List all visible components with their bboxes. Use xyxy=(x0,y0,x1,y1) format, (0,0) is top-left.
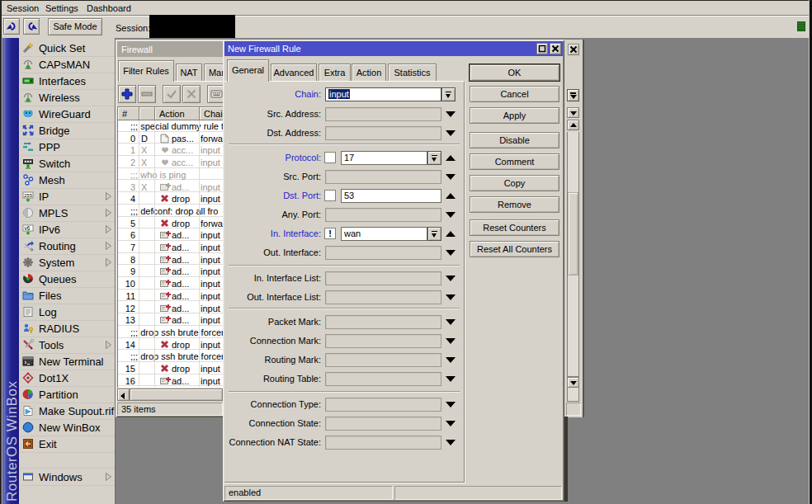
svg-text:255: 255 xyxy=(24,193,33,198)
svg-text:v6: v6 xyxy=(25,225,31,231)
